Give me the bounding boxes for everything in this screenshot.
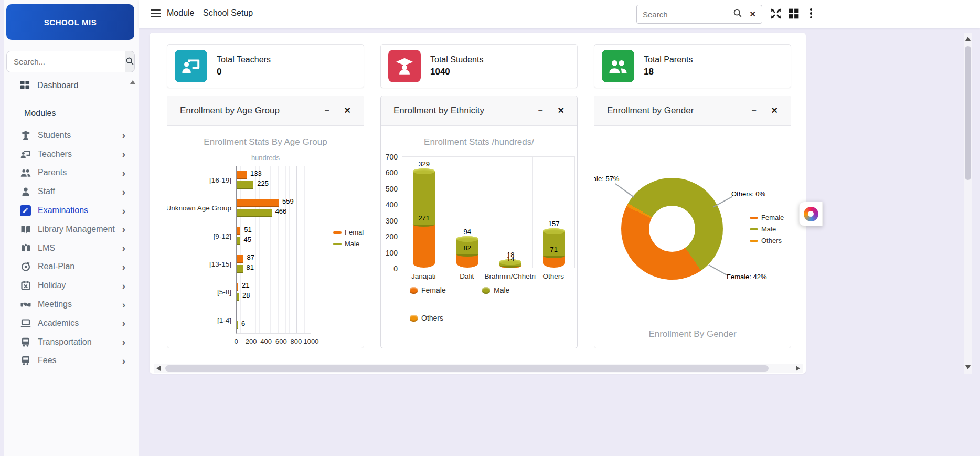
legend-item-male: Male <box>333 240 364 248</box>
legend-swatch <box>410 315 418 322</box>
sidebar-search-input[interactable] <box>6 51 125 72</box>
panel-header: Enrollment by Ethnicity – ✕ <box>381 96 577 126</box>
chevron-right-icon: › <box>122 356 125 366</box>
grid-apps-icon[interactable] <box>788 8 800 19</box>
scroll-down-icon[interactable] <box>965 365 971 369</box>
x-axis-category-label: Janajati <box>411 272 436 280</box>
sidebar-item-label: Academics <box>38 319 79 328</box>
sidebar-item-real-plan[interactable]: Real-Plan› <box>4 258 139 277</box>
bar-value-label: 271 <box>413 214 435 222</box>
gender-donut-chart <box>621 178 723 280</box>
bar-male <box>237 265 243 273</box>
vertical-scroll-thumb[interactable] <box>965 46 971 180</box>
chevron-right-icon: › <box>122 262 125 272</box>
scroll-left-icon[interactable] <box>156 366 161 371</box>
transportation-icon <box>20 336 31 347</box>
sidebar-item-library-management[interactable]: Library Management› <box>4 220 139 239</box>
scroll-right-icon[interactable] <box>796 366 800 371</box>
topbar-search-input[interactable] <box>643 10 733 19</box>
sidebar-item-academics[interactable]: Academics› <box>4 314 139 333</box>
teacher-stat-icon <box>175 50 207 82</box>
sidebar-item-label: Library Management <box>38 225 115 234</box>
hamburger-menu-icon[interactable] <box>151 9 161 19</box>
age-category-label: [9-12] <box>169 222 231 250</box>
sidebar-item-meetings[interactable]: Meetings› <box>4 295 139 314</box>
legend-label: Female <box>345 228 364 236</box>
search-icon[interactable] <box>733 8 742 20</box>
sidebar-item-label: Dashboard <box>37 81 78 90</box>
chevron-right-icon: › <box>122 130 125 140</box>
bar-value-label: 559 <box>282 197 294 205</box>
floating-assistant-widget[interactable] <box>799 202 823 226</box>
legend-item-male: Male <box>750 225 784 233</box>
ethnicity-chart: 0100200300400500600700329271948218141577… <box>402 156 575 268</box>
vertical-scrollbar[interactable] <box>964 33 972 374</box>
close-button[interactable]: ✕ <box>558 107 564 115</box>
sidebar-item-label: Teachers <box>38 150 72 159</box>
bar-value-label: 71 <box>543 246 565 253</box>
gridline <box>532 157 533 268</box>
sidebar-item-teachers[interactable]: Teachers› <box>4 145 139 164</box>
fees-icon <box>20 355 31 366</box>
sidebar-item-staff[interactable]: Staff› <box>4 182 139 201</box>
stat-card-teachers: Total Teachers 0 <box>167 44 364 88</box>
panel-enrollment-ethnicity: Enrollment by Ethnicity – ✕ Enrollment S… <box>380 96 578 348</box>
sidebar-item-examinations[interactable]: Examinations› <box>4 201 139 220</box>
nav-school-setup[interactable]: School Setup <box>203 8 253 18</box>
stat-value: 1040 <box>430 67 483 77</box>
panel-header: Enrollment by Age Group – ✕ <box>167 96 364 126</box>
cylinder-top-cap <box>543 228 565 234</box>
legend-label: Male <box>761 225 776 233</box>
bar-value-label: 51 <box>244 226 251 234</box>
horizontal-scrollbar[interactable] <box>154 364 803 373</box>
sidebar-item-label: Parents <box>38 168 67 177</box>
scroll-up-icon[interactable] <box>965 37 971 41</box>
legend-label: Male <box>494 286 509 294</box>
slice-label-others: Others: 0% <box>731 190 765 198</box>
legend-label: Female <box>421 286 446 294</box>
bar-value-label: 28 <box>242 291 250 299</box>
bar-male <box>237 293 239 301</box>
sidebar-scroll-up-icon[interactable] <box>130 80 135 84</box>
stat-label: Total Parents <box>644 55 693 65</box>
nav-module[interactable]: Module <box>167 8 194 18</box>
search-icon <box>125 57 134 67</box>
sidebar-item-label: Meetings <box>38 300 72 309</box>
x-axis-tick-label: 0 <box>234 337 238 345</box>
age-category-row: [1-4]6 <box>237 306 311 334</box>
minimize-button[interactable]: – <box>752 107 757 115</box>
y-axis-tick-label: 500 <box>386 185 398 193</box>
close-button[interactable]: ✕ <box>771 107 778 115</box>
clear-search-icon[interactable]: ✕ <box>749 9 756 19</box>
y-axis-tick-label: 400 <box>386 200 398 209</box>
minimize-button[interactable]: – <box>538 107 543 115</box>
kebab-menu-icon[interactable] <box>809 8 813 20</box>
legend-label: Others <box>761 237 782 245</box>
legend-swatch <box>750 240 758 242</box>
age-category-label: Unknown Age Group <box>169 194 231 222</box>
close-button[interactable]: ✕ <box>344 107 351 115</box>
horizontal-scroll-thumb[interactable] <box>165 365 769 372</box>
sidebar-item-fees[interactable]: Fees› <box>4 352 139 370</box>
legend-label: Male <box>345 240 359 248</box>
chevron-right-icon: › <box>122 300 125 310</box>
y-axis-tick-label: 600 <box>386 168 398 177</box>
x-axis-category-label: Brahmin/Chhetri <box>484 272 536 280</box>
sidebar-item-lms[interactable]: LMS› <box>4 239 139 258</box>
sidebar-item-transportation[interactable]: Transportation› <box>4 333 139 352</box>
sidebar-search-button[interactable] <box>125 51 135 72</box>
sidebar-item-holiday[interactable]: Holiday› <box>4 276 139 295</box>
legend-item-others: Others <box>750 237 784 245</box>
sidebar-item-dashboard[interactable]: Dashboard <box>20 78 78 93</box>
callout-line <box>615 183 635 197</box>
student-stat-icon <box>388 50 421 82</box>
sidebar-item-students[interactable]: Students› <box>4 126 139 145</box>
chart-legend: FemaleMale <box>333 228 364 251</box>
stat-label: Total Teachers <box>217 55 271 65</box>
bar-value-label: 329 <box>413 160 435 168</box>
sidebar-item-parents[interactable]: Parents› <box>4 164 139 183</box>
fullscreen-icon[interactable] <box>770 8 782 19</box>
minimize-button[interactable]: – <box>325 107 329 115</box>
legend-item-others: Others <box>410 314 443 322</box>
y-axis-tick-label: 0 <box>393 264 398 273</box>
